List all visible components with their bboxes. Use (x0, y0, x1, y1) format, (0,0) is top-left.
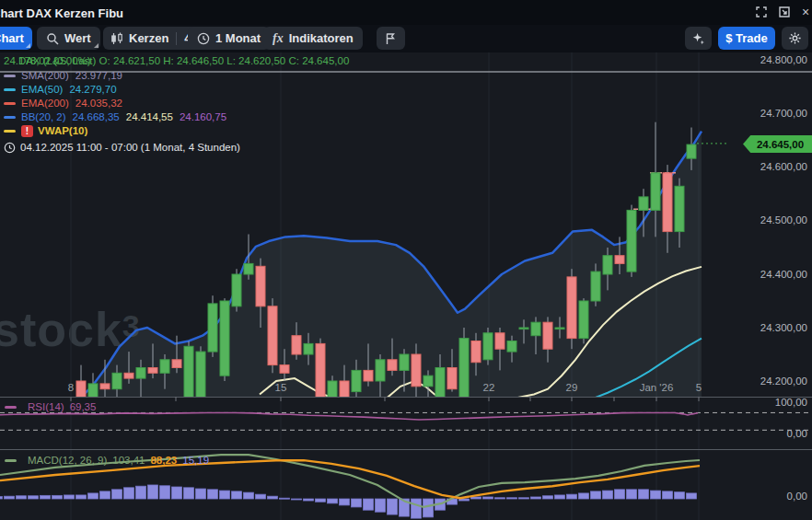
indicator-name: BB(20, 2) (21, 110, 66, 124)
x-axis-label: 8 (68, 382, 74, 393)
toolbar: Chart Wert Kerzen 4h 1 Monat fx Indikato… (0, 25, 812, 52)
indicator-value: 24.035,32 (75, 97, 122, 110)
rsi-legend[interactable]: RSI(14) 69,35 (5, 401, 96, 412)
indicator-legend-rows: SMA(200)23.977,19EMA(50)24.279,70EMA(200… (4, 69, 482, 138)
legend-indicator-vwap10[interactable]: !VWAP(10) (4, 124, 482, 138)
flag-icon (384, 32, 397, 45)
price-axis-label: 24.600,00 (760, 161, 807, 172)
indicator-name: EMA(50) (21, 83, 63, 97)
legend-dash-icon (5, 406, 17, 409)
price-axis-label: 24.700,00 (760, 108, 807, 119)
warning-icon: ! (21, 125, 33, 137)
legend-dash-icon (5, 459, 17, 462)
indicator-value: 24.414,55 (126, 110, 173, 124)
legend-indicator-ema200[interactable]: EMA(200)24.035,32 (4, 97, 482, 110)
legend-dash-icon (4, 116, 16, 119)
bookmark-button[interactable] (377, 27, 405, 50)
legend-indicator-sma200[interactable]: SMA(200)23.977,19 (4, 69, 482, 83)
rsi-pane (0, 412, 698, 420)
indicator-value: 24.668,35 (73, 110, 120, 124)
price-axis-label: 0,00 (787, 491, 807, 502)
popout-window-icon[interactable] (776, 5, 793, 19)
indicator-value: 24.160,75 (180, 110, 226, 124)
price-axis-label: 24.500,00 (760, 214, 807, 225)
price-axis[interactable]: 24.800,0024.700,0024.600,0024.500,0024.4… (728, 0, 812, 520)
legend-dash-icon (4, 88, 16, 91)
settings-button[interactable] (782, 27, 808, 50)
ohlc-readout: DAX (L&S, Last) O: 24.621,50 H: 24.646,5… (18, 54, 349, 68)
chart-type-button[interactable]: Chart (0, 27, 32, 50)
window-title-wrap: Chart DAX Kerzen Fibu (0, 5, 123, 21)
x-axis-label: 29 (566, 382, 578, 393)
x-axis-label: 5 (696, 382, 702, 393)
indicator-name: SMA(200) (21, 69, 69, 83)
indicator-value: 24.279,70 (69, 83, 116, 97)
legend-dash-icon (4, 75, 16, 77)
price-axis-label: 0,00 (787, 428, 807, 439)
indicator-name: VWAP(10) (38, 124, 87, 138)
price-axis-label: 24.800,00 (760, 54, 807, 65)
magic-assist-button[interactable] (685, 27, 712, 50)
indicators-button[interactable]: fx Indikatoren (263, 27, 363, 50)
fx-icon: fx (273, 31, 284, 46)
candlestick-icon (110, 32, 123, 45)
fullscreen-icon[interactable] (753, 5, 770, 19)
trading-app-window: stock3 8152229Jan '265 Chart DAX Kerzen … (0, 0, 812, 520)
instrument-search-button[interactable]: Wert (37, 27, 100, 50)
clock-icon (4, 142, 16, 154)
legend-dash-icon (4, 130, 16, 133)
window-title: Chart DAX Kerzen Fibu (0, 6, 123, 20)
indicator-name: EMA(200) (21, 97, 69, 110)
legend-dash-icon (4, 102, 16, 105)
x-axis-label: 22 (483, 382, 495, 393)
clock-icon (197, 32, 210, 45)
candle-style-button[interactable]: Kerzen (129, 31, 168, 45)
price-axis-label: 100,00 (775, 397, 807, 408)
search-icon (46, 32, 59, 45)
trade-button[interactable]: $ Trade (718, 27, 775, 50)
sparkles-icon (691, 31, 705, 45)
price-axis-label: 24.300,00 (760, 322, 807, 333)
indicator-value: 23.977,19 (75, 69, 122, 83)
price-axis-label: 24.200,00 (760, 376, 807, 387)
divider (176, 32, 177, 45)
title-bar: Chart DAX Kerzen Fibu × (0, 0, 812, 25)
x-axis-label: Jan '26 (640, 382, 674, 393)
last-price-badge: 24.645,00 (743, 135, 812, 153)
close-icon[interactable]: × (797, 5, 812, 19)
chart-legend: 24.178,02 (0.00%) DAX (L&S, Last) O: 24.… (4, 54, 482, 155)
legend-indicator-bb202[interactable]: BB(20, 2)24.668,3524.414,5524.160,75 (4, 110, 482, 124)
quote-line[interactable]: 24.178,02 (0.00%) DAX (L&S, Last) O: 24.… (4, 54, 482, 69)
price-axis-label: 24.400,00 (760, 269, 807, 280)
gear-icon (788, 31, 802, 45)
main-price-pane (76, 122, 728, 416)
legend-indicator-ema50[interactable]: EMA(50)24.279,70 (4, 83, 482, 97)
timeline-row: 04.12.2025 11:00 - 07:00 (1 Monat, 4 Stu… (4, 141, 482, 155)
rsi-line (0, 412, 698, 420)
macd-legend[interactable]: MACD(12, 26, 9) 103,41 88,23 15,19 (5, 455, 209, 466)
x-axis-label: 15 (275, 382, 287, 393)
period-button[interactable]: 1 Monat (188, 27, 270, 50)
